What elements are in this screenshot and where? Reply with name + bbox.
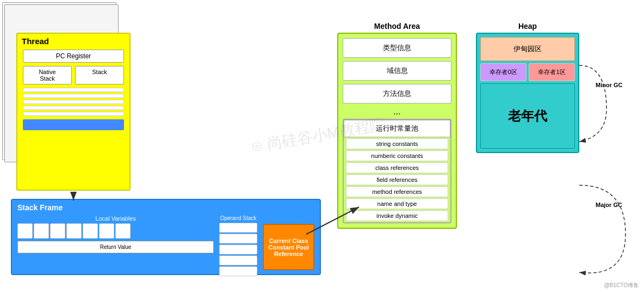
method-area-wrapper: Method Area 类型信息 域信息 方法信息 ... 运行时常量池 str… (337, 22, 457, 229)
return-value: Return Value (17, 241, 214, 253)
old-gen-area: 老年代 (480, 83, 575, 149)
method-info: 方法信息 (343, 84, 451, 104)
thread-blue-bar (23, 119, 124, 130)
pool-item-1: numberic constants (346, 150, 448, 161)
operand-cells (219, 223, 257, 276)
op-cell-2 (219, 234, 257, 244)
major-gc-label: Major GC (596, 202, 622, 208)
method-area-box: 类型信息 域信息 方法信息 ... 运行时常量池 string constant… (337, 33, 457, 229)
native-stack: NativeStack (23, 66, 72, 84)
lv-cell-1 (17, 223, 33, 239)
minor-gc-label: Minor GC (596, 82, 623, 88)
survivor-1: 幸存者1区 (529, 63, 575, 81)
pool-item-3: field references (346, 174, 448, 185)
lv-cell-4 (66, 223, 82, 239)
thread-lines (23, 88, 124, 116)
heap-title: Heap (476, 22, 579, 31)
lv-cell-5 (83, 223, 98, 239)
local-vars-label: Local Variables (17, 215, 214, 222)
field-info: 域信息 (343, 61, 451, 81)
copyright-label: @B1CTO博客 (604, 282, 639, 289)
heap-box: 伊甸园区 幸存者0区 幸存者1区 老年代 (476, 33, 579, 153)
operand-stack-area: Operand Stack (219, 215, 257, 276)
stack-box: Stack (75, 66, 124, 84)
current-class-pool-box: Current Class Constant Pool Reference (263, 224, 314, 270)
local-vars-cells (17, 223, 214, 239)
operand-stack-label: Operand Stack (219, 215, 257, 221)
lv-cell-7 (115, 223, 131, 239)
lv-cell-6 (99, 223, 114, 239)
lv-cell-3 (50, 223, 65, 239)
runtime-pool-box: 运行时常量池 string constants numberic constan… (343, 119, 451, 223)
op-cell-5 (219, 266, 257, 276)
pool-item-4: method references (346, 186, 448, 197)
dots: ... (343, 107, 451, 117)
pool-item-6: invoke dynamic (346, 210, 448, 221)
pool-item-0: string constants (346, 138, 448, 149)
type-info: 类型信息 (343, 38, 451, 58)
thread-box: Thread PC Register NativeStack Stack (16, 33, 131, 191)
pool-item-2: class references (346, 162, 448, 173)
lv-cell-2 (34, 223, 49, 239)
heap-wrapper: Heap 伊甸园区 幸存者0区 幸存者1区 老年代 (476, 22, 579, 153)
survivor-row: 幸存者0区 幸存者1区 (480, 63, 575, 81)
op-cell-4 (219, 256, 257, 265)
method-area-title: Method Area (337, 22, 457, 31)
pc-register: PC Register (23, 50, 124, 63)
pool-item-5: name and type (346, 198, 448, 209)
stack-frame-label: Stack Frame (12, 200, 320, 213)
runtime-pool-header: 运行时常量池 (344, 120, 450, 137)
survivor-0: 幸存者0区 (480, 63, 527, 81)
local-variables-area: Local Variables Return Value (17, 215, 214, 253)
stack-frame-box: Stack Frame Local Variables Return Value… (11, 199, 321, 275)
jvm-diagram: Thread PC Register NativeStack Stack Sta… (0, 0, 644, 292)
op-cell-1 (219, 223, 257, 233)
eden-area: 伊甸园区 (480, 37, 575, 61)
op-cell-3 (219, 245, 257, 254)
thread-label: Thread (17, 34, 129, 47)
